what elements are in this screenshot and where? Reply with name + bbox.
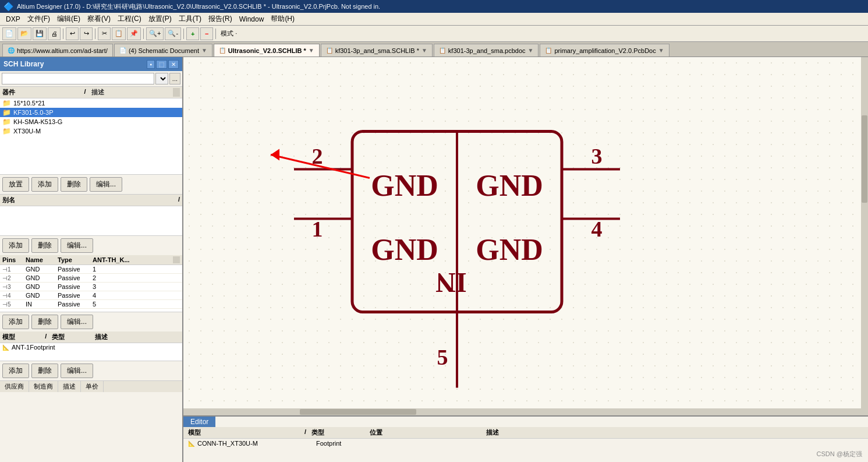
supplier-tab-supplier[interactable]: 供应商 [0,381,29,392]
toolbar-minus[interactable]: − [200,27,213,40]
editor-col-position: 位置 [370,428,486,437]
tab-kf301-schlib-label: kf301-3p_and_sma.SCHLIB * [335,47,419,54]
pin-type-4: Passive [58,292,93,299]
pins-col-ant: ANT-TH_K... [93,256,173,263]
supplier-tab-manufacturer[interactable]: 制造商 [29,381,58,392]
svg-text:IN: IN [435,267,467,298]
tab-schematic-doc-icon: 📄 [119,47,126,54]
editor-tab[interactable]: Editor [183,417,215,427]
add-component-btn[interactable]: 添加 [31,177,58,192]
pin-icon-2: ⊣2 [2,275,26,281]
tab-kf301-pcbdoc-close[interactable]: ▼ [528,47,534,54]
panel-header-btns: ▪ ⬚ ✕ [147,60,179,69]
toolbar-save[interactable]: 💾 [33,27,47,40]
edit-component-btn[interactable]: 编辑... [90,177,122,192]
tab-kf301-pcbdoc[interactable]: 📋 kf301-3p_and_sma.pcbdoc ▼ [434,44,539,57]
add-alias-btn[interactable]: 添加 [2,238,29,253]
svg-text:GND: GND [476,233,543,266]
delete-pin-btn[interactable]: 删除 [31,315,58,329]
toolbar-cut[interactable]: ✂ [98,27,111,40]
toolbar-undo[interactable]: ↩ [66,27,79,40]
tab-browser[interactable]: 🌐 https://www.altium.com/ad-start/ [2,44,113,57]
tab-schematic-doc[interactable]: 📄 (4) Schematic Document ▼ [114,44,212,57]
search-input[interactable] [2,73,154,84]
pin-ant-5: 5 [93,301,180,308]
search-dropdown[interactable] [155,73,168,84]
menu-dxp[interactable]: DXP [2,14,24,24]
search-ellipsis-btn[interactable]: ... [169,73,180,84]
alias-section-header: 别名 / [0,194,182,206]
toolbar-paste[interactable]: 📌 [127,27,141,40]
menu-report[interactable]: 报告(R) [205,13,236,25]
place-btn[interactable]: 放置 [2,177,29,192]
toolbar-zoomout[interactable]: 🔍- [165,27,181,40]
tab-ultrasonic-schlib-close[interactable]: ▼ [309,47,314,54]
pins-col-type: Type [58,256,93,263]
toolbar-open[interactable]: 📂 [17,27,31,40]
panel-float-btn[interactable]: ⬚ [156,60,167,69]
pin-type-2: Passive [58,274,93,281]
panel-close-btn[interactable]: ✕ [168,60,179,69]
pins-scroll[interactable] [173,256,180,263]
menu-view[interactable]: 察看(V) [84,13,114,25]
pin-name-5: IN [26,301,58,308]
tab-kf301-pcbdoc-icon: 📋 [439,47,446,54]
editor-col-type: 类型 [311,428,370,437]
tab-primary-pcbdoc[interactable]: 📋 primary_amplification_V2.0.PcbDoc ▼ [540,44,669,57]
pin-ant-3: 3 [93,283,180,290]
tab-kf301-pcbdoc-label: kf301-3p_and_sma.pcbdoc [448,47,526,54]
edit-alias-btn[interactable]: 编辑... [61,238,93,253]
toolbar-print[interactable]: 🖨 [48,27,61,40]
delete-model-btn[interactable]: 删除 [31,364,58,378]
vertical-scrollbar[interactable] [861,57,868,415]
pin-row-1[interactable]: ⊣1 GND Passive 1 [0,265,182,274]
toolbar-redo[interactable]: ↪ [80,27,93,40]
component-item-2[interactable]: 📁 KF301-5.0-3P [0,108,182,117]
toolbar-plus[interactable]: + [186,27,199,40]
delete-component-btn[interactable]: 删除 [61,177,87,192]
component-action-btns: 放置 添加 删除 编辑... [0,174,182,194]
tab-primary-pcbdoc-close[interactable]: ▼ [658,47,664,54]
pin-row-3[interactable]: ⊣3 GND Passive 3 [0,283,182,291]
pin-row-4[interactable]: ⊣4 GND Passive 4 [0,291,182,300]
toolbar-zoomin[interactable]: 🔍+ [146,27,164,40]
horizontal-scrollbar[interactable] [183,408,861,415]
app-icon: 🔷 [3,2,13,11]
pin-row-2[interactable]: ⊣2 GND Passive 2 [0,274,182,283]
menu-file[interactable]: 文件(F) [24,13,54,25]
toolbar-copy[interactable]: 📋 [112,27,126,40]
tab-schematic-doc-close[interactable]: ▼ [201,47,207,54]
tab-kf301-schlib[interactable]: 📋 kf301-3p_and_sma.SCHLIB * ▼ [321,44,433,57]
scrollbar-thumb-v[interactable] [862,115,867,203]
component-name-4: XT30U-M [13,128,41,135]
menu-project[interactable]: 工程(C) [114,13,145,25]
menu-tools[interactable]: 工具(T) [175,13,205,25]
toolbar-new[interactable]: 📄 [2,27,16,40]
scrollbar-thumb[interactable] [300,409,416,415]
edit-pin-btn[interactable]: 编辑... [61,315,93,329]
component-item-3[interactable]: 📁 KH-SMA-K513-G [0,117,182,126]
editor-col-sep: / [304,428,311,437]
supplier-tab-desc[interactable]: 描述 [58,381,81,392]
panel-pin-btn[interactable]: ▪ [147,60,155,69]
tab-ultrasonic-schlib[interactable]: 📋 Ultrasonic_V2.0.SCHLIB * ▼ [214,44,320,57]
tab-kf301-schlib-close[interactable]: ▼ [421,47,427,54]
menu-bar: DXP 文件(F) 编辑(E) 察看(V) 工程(C) 放置(P) 工具(T) … [0,13,868,26]
component-list-scroll[interactable] [173,88,180,97]
menu-edit[interactable]: 编辑(E) [54,13,84,25]
delete-alias-btn[interactable]: 删除 [31,238,58,253]
canvas-area[interactable]: 2 1 3 4 5 GND GND GND GND IN [183,57,868,462]
component-item-4[interactable]: 📁 XT30U-M [0,126,182,136]
model-row-1[interactable]: 📐 ANT-1Footprint [0,343,182,351]
supplier-tab-price[interactable]: 单价 [81,381,104,392]
component-item-1[interactable]: 📁 15*10.5*21 [0,98,182,108]
menu-window[interactable]: Window [236,14,268,24]
editor-row-1[interactable]: 📐 CONN-TH_XT30U-M Footprint [183,439,868,448]
add-pin-btn[interactable]: 添加 [2,315,29,329]
pin-row-5[interactable]: ⊣5 IN Passive 5 [0,300,182,309]
menu-place[interactable]: 放置(P) [145,13,175,25]
add-model-btn[interactable]: 添加 [2,364,29,378]
search-area: ... [0,71,182,87]
menu-help[interactable]: 帮助(H) [267,13,298,25]
edit-model-btn[interactable]: 编辑... [61,364,93,378]
